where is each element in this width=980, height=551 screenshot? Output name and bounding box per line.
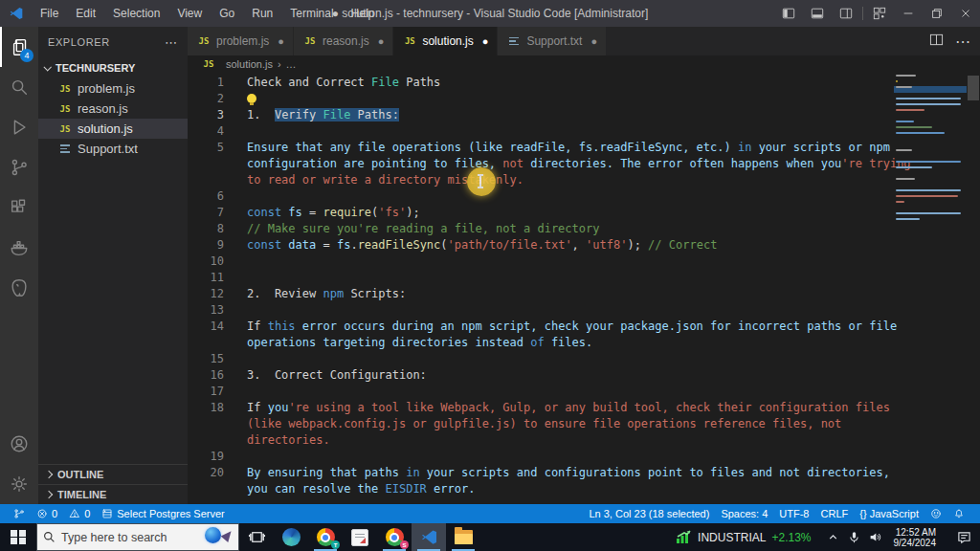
taskbar-search[interactable]: Type here to search	[36, 523, 239, 551]
sidebar-section[interactable]: TIMELINE	[38, 484, 188, 504]
line-text	[224, 253, 247, 270]
activity-item-extensions[interactable]	[0, 187, 38, 228]
menu-item[interactable]: Help	[343, 0, 384, 27]
menu-item[interactable]: File	[32, 0, 67, 27]
file-item-reason.js[interactable]: JSreason.js	[38, 99, 188, 119]
tab-reason.js[interactable]: JSreason.js●	[294, 27, 393, 55]
js-file-icon: JS	[57, 104, 73, 114]
activity-item-search[interactable]	[0, 67, 38, 107]
status-item[interactable]: Ln 3, Col 23 (18 selected)	[583, 508, 715, 519]
file-item-solution.js[interactable]: JSsolution.js	[38, 119, 188, 139]
modified-dot-icon[interactable]: ●	[482, 35, 489, 47]
explorer-sidebar: EXPLORER ⋯ TECHNURSERY JSproblem.jsJSrea…	[38, 27, 188, 504]
status-item-server[interactable]: Select Postgres Server	[96, 508, 231, 519]
activity-item-settings[interactable]	[0, 464, 38, 504]
code-line: 2	[188, 91, 980, 107]
file-item-Support.txt[interactable]: Support.txt	[38, 139, 188, 159]
tab-solution.js[interactable]: JSsolution.js●	[393, 27, 498, 55]
taskbar-notes-button[interactable]	[343, 523, 377, 551]
line-number: 6	[188, 188, 224, 205]
activity-item-explorer[interactable]: 4	[0, 27, 38, 67]
menu-item[interactable]: Run	[243, 0, 281, 27]
stock-widget[interactable]: INDUSTRIAL +2.13%	[668, 523, 818, 551]
chevron-down-icon	[43, 63, 51, 71]
breadcrumb-ellipsis[interactable]: …	[286, 58, 297, 70]
code-line: configuration are pointing to files, not…	[188, 156, 980, 172]
minimap-line	[896, 103, 961, 105]
activity-item-run-debug[interactable]	[0, 107, 38, 147]
customize-layout-icon[interactable]	[865, 0, 894, 27]
start-button[interactable]	[0, 523, 36, 551]
system-tray: 12:52 AM 9/24/2024	[819, 523, 948, 551]
line-number: 11	[188, 270, 224, 286]
status-item[interactable]: CRLF	[815, 508, 855, 519]
activity-item-postgresql[interactable]	[0, 268, 38, 308]
split-editor-icon[interactable]	[929, 33, 944, 51]
code-lines: 1Check and Correct File Paths231. Verify…	[188, 73, 980, 497]
menu-item[interactable]: Terminal	[281, 0, 342, 27]
action-center-button[interactable]	[947, 523, 980, 551]
close-button[interactable]	[951, 0, 980, 27]
more-actions-icon[interactable]: ⋯	[955, 33, 970, 51]
sidebar-section[interactable]: OUTLINE	[38, 464, 188, 484]
breadcrumb[interactable]: JS solution.js › …	[188, 55, 980, 73]
workspace-folder[interactable]: TECHNURSERY	[38, 57, 188, 78]
tray-expand-icon[interactable]	[827, 531, 839, 543]
layout-panel-icon[interactable]	[803, 0, 832, 27]
modified-dot-icon[interactable]: ●	[590, 35, 597, 47]
menu-item[interactable]: View	[168, 0, 211, 27]
activity-item-source-control[interactable]	[0, 147, 38, 187]
status-item[interactable]: UTF-8	[773, 508, 814, 519]
activity-item-docker[interactable]	[0, 228, 38, 268]
explorer-actions-icon[interactable]: ⋯	[165, 35, 178, 50]
status-item-errors[interactable]: 0	[31, 508, 63, 519]
microphone-icon[interactable]	[848, 531, 860, 543]
menu-item[interactable]: Edit	[67, 0, 104, 27]
taskbar-vscode-button[interactable]	[412, 523, 446, 551]
file-item-problem.js[interactable]: JSproblem.js	[38, 78, 188, 99]
line-text: Check and Correct File Paths	[224, 75, 440, 91]
js-file-icon: JS	[196, 36, 212, 46]
scrollbar-thumb[interactable]	[968, 76, 979, 100]
status-item[interactable]: Spaces: 4	[715, 508, 773, 519]
text-file-icon	[506, 35, 522, 48]
activity-item-account[interactable]	[0, 424, 38, 464]
chevron-right-icon	[45, 491, 53, 498]
layout-sidebar-right-icon[interactable]	[832, 0, 860, 27]
taskbar-file-explorer-button[interactable]	[446, 523, 480, 551]
modified-dot-icon[interactable]: ●	[278, 35, 284, 47]
status-item[interactable]: {} JavaScript	[854, 508, 924, 519]
menu-item[interactable]: Go	[211, 0, 243, 27]
status-item-feedback[interactable]	[924, 508, 947, 519]
taskbar-edge-button[interactable]	[274, 523, 308, 551]
search-decoration	[205, 527, 233, 543]
speaker-icon[interactable]	[869, 531, 881, 543]
tab-label: reason.js	[323, 34, 369, 48]
layout-sidebar-left-icon[interactable]	[774, 0, 803, 27]
search-icon	[9, 77, 30, 98]
code-line: 11	[188, 270, 980, 286]
status-label: Ln 3, Col 23 (18 selected)	[589, 508, 709, 519]
taskbar-task-view-button[interactable]	[239, 523, 274, 551]
sidebar-sections: OUTLINE TIMELINE	[38, 464, 188, 504]
taskbar-chrome-t-button[interactable]: T	[308, 523, 343, 551]
line-text: By ensuring that paths in your scripts a…	[224, 465, 890, 481]
status-item-bell[interactable]	[947, 508, 970, 519]
status-label: 0	[52, 508, 57, 519]
editor-scrollbar[interactable]	[967, 73, 980, 504]
code-line: (like webpack.config.js or gulpfile.js) …	[188, 416, 980, 432]
minimize-button[interactable]	[894, 0, 923, 27]
tab-problem.js[interactable]: JSproblem.js●	[188, 27, 294, 55]
code-editor[interactable]: 1Check and Correct File Paths231. Verify…	[188, 73, 980, 504]
tab-Support.txt[interactable]: Support.txt●	[498, 27, 607, 55]
modified-dot-icon[interactable]: ●	[378, 35, 385, 47]
status-item-branch[interactable]	[8, 508, 31, 519]
taskbar-clock[interactable]: 12:52 AM 9/24/2024	[890, 527, 941, 548]
code-line: 122. Review npm Scripts:	[188, 286, 980, 302]
menu-item[interactable]: Selection	[104, 0, 168, 27]
taskbar-chrome-s-button[interactable]: S	[377, 523, 412, 551]
minimap[interactable]	[896, 75, 965, 224]
status-item-warnings[interactable]: 0	[63, 508, 96, 519]
breadcrumb-file[interactable]: solution.js	[226, 58, 273, 70]
restore-button[interactable]	[923, 0, 951, 27]
